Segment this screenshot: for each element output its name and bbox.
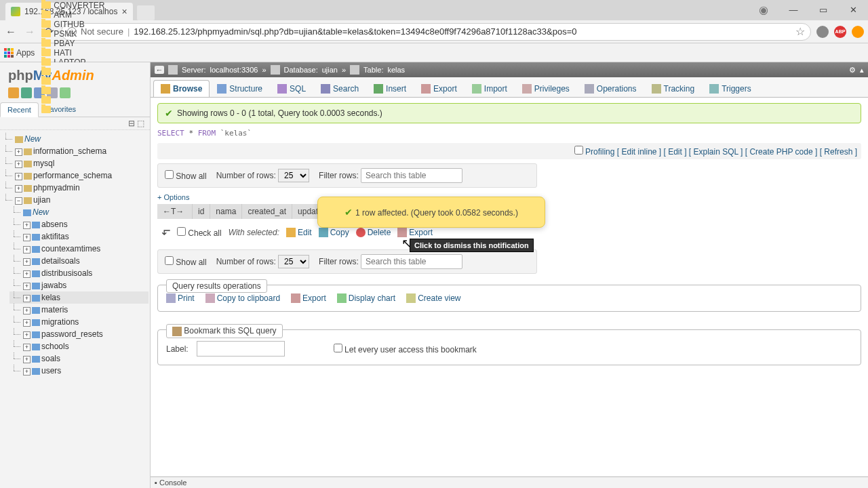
plus-icon[interactable]: + [15,185,22,192]
plus-icon[interactable]: + [23,234,31,241]
bookmark-folder[interactable]: GITHUB [37,20,108,29]
close-window-button[interactable]: ✕ [838,0,868,20]
edit-selected-button[interactable]: Edit [286,228,312,237]
plus-icon[interactable]: + [23,368,31,375]
rows-select-2[interactable]: 25 [278,255,309,268]
collapse-up-icon[interactable]: ▴ [860,66,864,75]
tab-triggers[interactable]: Triggers [702,80,759,97]
tab-privileges[interactable]: Privileges [515,80,577,97]
bookmark-folder[interactable]: PBAY [37,39,108,48]
plus-icon[interactable]: + [23,270,31,278]
abp-icon[interactable]: ABP [834,26,846,38]
column-nama[interactable]: nama [210,204,242,219]
tab-search[interactable]: Search [313,80,366,97]
tab-operations[interactable]: Operations [577,80,644,97]
delete-selected-button[interactable]: Delete [356,228,391,237]
db-item-ujian[interactable]: −ujian [1,194,149,206]
table-item-soals[interactable]: +soals [9,352,149,365]
bookmark-star-icon[interactable]: ☆ [795,25,805,38]
plus-icon[interactable]: + [23,246,31,253]
plus-icon[interactable]: + [23,307,31,314]
profiling-checkbox[interactable] [574,146,583,155]
db-item-information_schema[interactable]: +information_schema [1,145,149,157]
table-item-kelas[interactable]: +kelas [9,291,149,304]
bookmark-folder[interactable]: CONVERTER [37,1,108,10]
reload-nav-icon[interactable] [60,87,71,98]
plus-icon[interactable]: + [15,161,22,168]
table-item-migrations[interactable]: +migrations [9,316,149,328]
table-item-jawabs[interactable]: +jawabs [9,279,149,291]
tab-import[interactable]: Import [465,80,515,97]
minimize-button[interactable]: — [778,0,808,20]
notification-toast[interactable]: ✔1 row affected. (Query took 0.0582 seco… [317,197,545,228]
console-bar[interactable]: ▪ Console [151,476,868,488]
plus-icon[interactable]: + [23,283,31,290]
db-item-performance_schema[interactable]: +performance_schema [1,169,149,182]
filter-input-2[interactable] [361,254,462,269]
table-item-users[interactable]: +users [9,365,149,377]
db-item-mysql[interactable]: +mysql [1,157,149,169]
export-selected-button[interactable]: Export [397,228,433,237]
table-item-materis[interactable]: +materis [9,304,149,316]
breadcrumb-table[interactable]: kelas [387,66,405,74]
link-icon[interactable]: ⬚ [137,119,144,128]
show-all-checkbox-2[interactable] [165,256,174,265]
plus-icon[interactable]: + [23,344,31,351]
tab-browse[interactable]: Browse [153,80,210,97]
column-←T→[interactable]: ←T→ [157,204,193,219]
gear-icon[interactable]: ⚙ [849,66,856,75]
let-every-user-checkbox[interactable] [334,344,342,352]
table-item-detailsoals[interactable]: +detailsoals [9,255,149,267]
new-tab-button[interactable] [137,5,155,20]
home-icon[interactable] [8,87,19,98]
tab-tracking[interactable]: Tracking [644,80,703,97]
explain-sql-link[interactable]: Explain SQL [694,147,738,157]
display-chart-button[interactable]: Display chart [337,293,395,303]
address-bar[interactable]: i Not secure | 192.168.25.123/phpmyadmin… [61,23,811,41]
logout-icon[interactable] [21,87,32,98]
bookmark-folder[interactable]: PSMK [37,29,108,39]
table-item-aktifitas[interactable]: +aktifitas [9,230,149,243]
plus-icon[interactable]: + [23,331,31,339]
column-created_at[interactable]: created_at [242,204,292,219]
plus-icon[interactable]: + [23,356,31,363]
column-id[interactable]: id [193,204,210,219]
table-item-distribusisoals[interactable]: +distribusisoals [9,267,149,279]
user-icon[interactable]: ◉ [749,0,778,20]
collapse-icon[interactable]: ⊟ [128,119,135,128]
back-button[interactable]: ← [4,26,18,38]
tab-insert[interactable]: Insert [366,80,414,97]
edit-inline-link[interactable]: Edit inline [621,147,656,157]
print-button[interactable]: Print [166,293,195,303]
plus-icon[interactable]: + [23,258,31,266]
close-tab-icon[interactable]: × [121,6,127,17]
table-item-schools[interactable]: +schools [9,340,149,352]
create-view-button[interactable]: Create view [406,293,460,303]
copy-clipboard-button[interactable]: Copy to clipboard [205,293,280,303]
breadcrumb-server[interactable]: localhost:3306 [210,66,258,74]
tree-new[interactable]: New [1,133,149,145]
table-item-password_resets[interactable]: +password_resets [9,328,149,340]
plus-icon[interactable]: + [23,295,31,302]
filter-input[interactable] [361,168,462,183]
bookmark-folder[interactable]: ARM [37,10,108,20]
check-all-checkbox[interactable] [177,227,186,236]
phpmyadmin-logo[interactable]: phpMyAdmin [0,62,150,86]
rows-select[interactable]: 25 [278,169,309,182]
extension-icon-2[interactable] [852,26,864,38]
plus-icon[interactable]: + [23,222,31,229]
table-new[interactable]: New [9,206,149,218]
db-item-phpmyadmin[interactable]: +phpmyadmin [1,182,149,194]
collapse-nav-icon[interactable]: ← [155,66,164,74]
table-item-countexamtimes[interactable]: +countexamtimes [9,243,149,255]
minus-icon[interactable]: − [15,197,22,205]
maximize-button[interactable]: ▭ [808,0,838,20]
table-item-absens[interactable]: +absens [9,218,149,230]
tab-structure[interactable]: Structure [210,80,270,97]
tab-sql[interactable]: SQL [270,80,313,97]
show-all-checkbox[interactable] [165,170,174,179]
create-php-link[interactable]: Create PHP code [749,147,812,157]
extension-icon[interactable] [816,26,829,38]
copy-selected-button[interactable]: Copy [319,228,349,237]
bookmark-label-input[interactable] [197,341,285,357]
